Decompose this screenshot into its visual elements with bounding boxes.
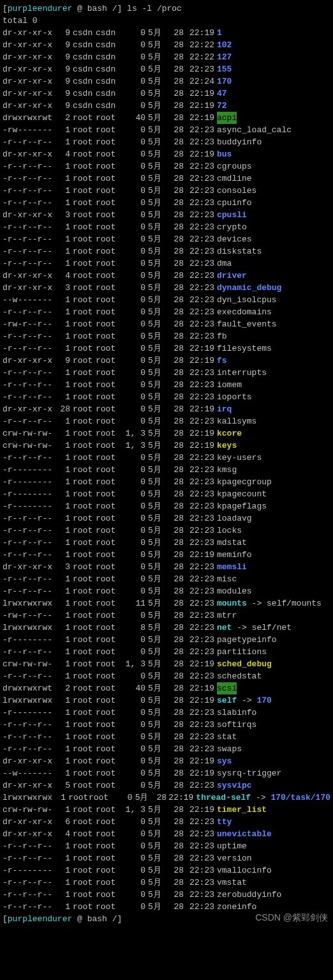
- perm-col: -r--r--r--: [3, 160, 55, 172]
- entry-name[interactable]: 155: [217, 63, 232, 75]
- entry-name[interactable]: kpagecount: [217, 488, 267, 500]
- entry-name[interactable]: scsi: [217, 682, 237, 694]
- entry-name[interactable]: crypto: [217, 221, 247, 233]
- entry-name[interactable]: timer_list: [217, 804, 267, 816]
- entry-name[interactable]: kallsyms: [217, 415, 256, 427]
- entry-name[interactable]: swaps: [217, 743, 242, 755]
- size-col: 0: [122, 670, 148, 682]
- entry-name[interactable]: iomem: [217, 379, 242, 391]
- ls-row: crw-rw-rw-1rootroot1, 35月2822:19 kcore: [3, 427, 330, 440]
- entry-name[interactable]: vmstat: [217, 877, 247, 889]
- entry-name[interactable]: interrupts: [217, 367, 267, 379]
- entry-name[interactable]: dyn_isolcpus: [217, 294, 277, 306]
- time-col: 22:19: [184, 440, 217, 452]
- entry-name[interactable]: net: [217, 622, 232, 634]
- entry-name[interactable]: uptime: [217, 840, 247, 852]
- group-col: root: [96, 537, 122, 549]
- owner-col: root: [73, 367, 96, 379]
- ls-row: dr-xr-xr-x9csdncsdn05月2822:22 127: [3, 51, 330, 63]
- entry-name[interactable]: bus: [217, 148, 232, 160]
- entry-name[interactable]: 47: [217, 88, 227, 100]
- owner-col: root: [73, 124, 96, 136]
- entry-name[interactable]: version: [217, 852, 252, 864]
- entry-name[interactable]: 102: [217, 39, 232, 51]
- entry-name[interactable]: dma: [217, 257, 232, 270]
- ls-row: -r--r--r--1rootroot05月2822:23 swaps: [3, 743, 330, 755]
- entry-name[interactable]: consoles: [217, 185, 256, 197]
- entry-name[interactable]: softirqs: [217, 719, 256, 731]
- entry-name[interactable]: unevictable: [217, 828, 272, 840]
- entry-name[interactable]: slabinfo: [217, 707, 256, 719]
- entry-name[interactable]: 72: [217, 100, 227, 112]
- entry-name[interactable]: tty: [217, 816, 232, 828]
- entry-name[interactable]: diskstats: [217, 245, 262, 257]
- entry-name[interactable]: loadavg: [217, 512, 252, 524]
- links-col: 1: [55, 306, 73, 318]
- terminal-output[interactable]: [purpleendurer @ bash /] ls -l /proctota…: [3, 3, 330, 925]
- month-col: 5月: [148, 804, 166, 816]
- entry-name[interactable]: buddyinfo: [217, 136, 262, 148]
- entry-name[interactable]: kpageflags: [217, 500, 267, 512]
- ls-row: -r--r--r--1rootroot05月2822:23 fb: [3, 330, 330, 342]
- size-col: 0: [122, 816, 148, 828]
- entry-name[interactable]: modules: [217, 585, 252, 597]
- entry-name[interactable]: vmallocinfo: [217, 864, 272, 877]
- entry-name[interactable]: 170: [217, 75, 232, 88]
- ls-row: -rw-------1rootroot05月2822:23 async_load…: [3, 124, 330, 136]
- perm-col: dr-xr-xr-x: [3, 561, 55, 573]
- entry-name[interactable]: pagetypeinfo: [217, 634, 277, 646]
- owner-col: csdn: [73, 39, 96, 51]
- entry-name[interactable]: kpagecgroup: [217, 476, 272, 488]
- owner-col: root: [73, 549, 96, 561]
- entry-name[interactable]: cpuinfo: [217, 197, 252, 209]
- entry-name[interactable]: sysrq-trigger: [217, 767, 281, 779]
- entry-name[interactable]: ioports: [217, 391, 252, 403]
- entry-name[interactable]: memsli: [217, 561, 247, 573]
- entry-name[interactable]: execdomains: [217, 306, 272, 318]
- entry-name[interactable]: zoneinfo: [217, 901, 256, 913]
- entry-name[interactable]: cpusli: [217, 209, 247, 221]
- owner-col: root: [73, 318, 96, 330]
- month-col: 5月: [148, 282, 166, 294]
- entry-name[interactable]: cgroups: [217, 160, 252, 172]
- entry-name[interactable]: zerobuddyinfo: [217, 889, 281, 901]
- entry-name[interactable]: irq: [217, 403, 232, 415]
- entry-name[interactable]: sched_debug: [217, 658, 272, 670]
- entry-name[interactable]: 127: [217, 51, 232, 63]
- owner-col: csdn: [73, 63, 96, 75]
- size-col: 0: [122, 197, 148, 209]
- entry-name[interactable]: fault_events: [217, 318, 277, 330]
- size-col: 0: [122, 330, 148, 342]
- entry-name[interactable]: sysvipc: [217, 779, 252, 792]
- group-col: root: [96, 342, 122, 355]
- entry-name[interactable]: mounts: [217, 597, 247, 609]
- entry-name[interactable]: locks: [217, 524, 242, 537]
- entry-name[interactable]: acpi: [217, 112, 237, 124]
- entry-name[interactable]: schedstat: [217, 670, 262, 682]
- entry-name[interactable]: sys: [217, 755, 232, 767]
- entry-name[interactable]: stat: [217, 731, 237, 743]
- entry-name[interactable]: filesystems: [217, 342, 272, 355]
- entry-name[interactable]: dynamic_debug: [217, 282, 281, 294]
- entry-name[interactable]: keys: [217, 440, 237, 452]
- entry-name[interactable]: thread-self: [196, 792, 251, 804]
- entry-name[interactable]: cmdline: [217, 172, 252, 185]
- entry-name[interactable]: driver: [217, 270, 247, 282]
- entry-name[interactable]: meminfo: [217, 549, 252, 561]
- entry-name[interactable]: devices: [217, 233, 252, 245]
- entry-name[interactable]: partitions: [217, 646, 267, 658]
- entry-name[interactable]: 1: [217, 27, 222, 39]
- entry-name[interactable]: mtrr: [217, 609, 237, 622]
- entry-name[interactable]: async_load_calc: [217, 124, 292, 136]
- entry-name[interactable]: self: [217, 694, 237, 707]
- entry-name[interactable]: fs: [217, 355, 227, 367]
- ls-row: --w-------1rootroot05月2822:19 sysrq-trig…: [3, 767, 330, 779]
- entry-name[interactable]: kcore: [217, 427, 242, 440]
- entry-name[interactable]: kmsg: [217, 464, 237, 476]
- entry-name[interactable]: key-users: [217, 452, 262, 464]
- month-col: 5月: [148, 476, 166, 488]
- entry-name[interactable]: mdstat: [217, 537, 247, 549]
- entry-name[interactable]: misc: [217, 573, 237, 585]
- entry-name[interactable]: fb: [217, 330, 227, 342]
- perm-col: -r--r--r--: [3, 136, 55, 148]
